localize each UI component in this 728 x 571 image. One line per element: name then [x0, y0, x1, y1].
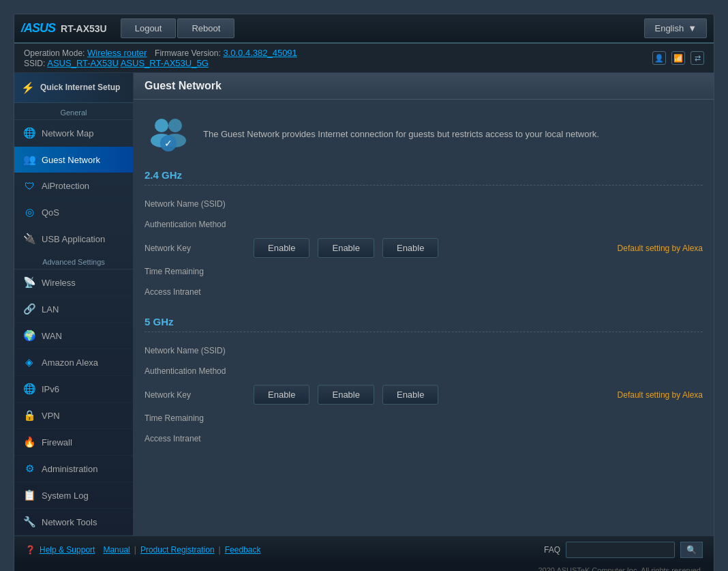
feedback-link[interactable]: Feedback [225, 545, 261, 555]
band-24-key-label: Network Key [145, 244, 254, 253]
sidebar-item-label: System Log [42, 491, 89, 501]
sidebar-item-label: IPv6 [42, 384, 59, 394]
band-24-form: Network Name (SSID) Authentication Metho… [145, 194, 703, 302]
status-info: Operation Mode: Wireless router Firmware… [24, 48, 297, 68]
sidebar-item-guest-network[interactable]: 👥 Guest Network [14, 147, 133, 173]
sidebar-item-amazon-alexa[interactable]: ◈ Amazon Alexa [14, 349, 133, 376]
firmware-value[interactable]: 3.0.0.4.382_45091 [223, 48, 297, 58]
sidebar-item-label: QoS [42, 207, 59, 218]
faq-search-input[interactable] [566, 542, 675, 558]
brand-asus: /ASUS [21, 21, 55, 35]
firmware-label: Firmware Version: [155, 48, 221, 58]
band-5-ssid-label: Network Name (SSID) [145, 346, 254, 355]
band-5-form: Network Name (SSID) Authentication Metho… [145, 340, 703, 449]
sidebar-item-aiprotection[interactable]: 🛡 AiProtection [14, 173, 133, 199]
svg-point-0 [155, 119, 168, 132]
page-title: Guest Network [134, 73, 714, 100]
band-5-alexa-text: Default setting by Alexa [618, 390, 703, 400]
sidebar-item-wan[interactable]: 🌍 WAN [14, 323, 133, 349]
ssid-label: SSID: [24, 59, 45, 68]
sidebar-item-vpn[interactable]: 🔒 VPN [14, 402, 133, 429]
copyright: 2020 ASUSTeK Computer Inc. All rights re… [14, 563, 714, 571]
sidebar-item-system-log[interactable]: 📋 System Log [14, 482, 133, 509]
sidebar-item-wireless[interactable]: 📡 Wireless [14, 269, 133, 296]
vpn-icon: 🔒 [22, 409, 36, 422]
header-nav: Logout Reboot [121, 18, 235, 38]
band-24-key-controls: Enable Enable Enable Default setting by … [254, 238, 703, 258]
advanced-section-label: Advanced Settings [14, 252, 133, 269]
operation-mode-value[interactable]: Wireless router [87, 48, 147, 58]
administration-icon: ⚙ [22, 463, 36, 475]
wifi-status-icon[interactable]: 📶 [671, 51, 685, 65]
intro-description: The Guest Network provides Internet conn… [203, 128, 599, 141]
svg-point-1 [168, 119, 182, 132]
help-support-link[interactable]: Help & Support [40, 545, 95, 555]
qos-icon: ◎ [22, 206, 36, 218]
wireless-icon: 📡 [22, 276, 36, 289]
brand-model: RT-AX53U [61, 23, 107, 34]
band-5-enable-btn-3[interactable]: Enable [382, 385, 438, 405]
sidebar-item-label: AiProtection [42, 181, 89, 191]
content-area: Guest Network ✓ The Guest N [134, 73, 714, 536]
band-24-intranet-row: Access Intranet [145, 282, 703, 302]
product-reg-link[interactable]: Product Registration [140, 545, 215, 555]
footer: ❓ Help & Support Manual | Product Regist… [14, 536, 714, 563]
content-inner: ✓ The Guest Network provides Internet co… [134, 100, 714, 473]
sidebar-item-usb-application[interactable]: 🔌 USB Application [14, 226, 133, 252]
sidebar-item-label: LAN [42, 304, 59, 314]
faq-label: FAQ [544, 545, 560, 555]
sidebar-item-label: WAN [42, 331, 62, 341]
band-5-intranet-label: Access Intranet [145, 434, 254, 443]
router-ui: /ASUS RT-AX53U Logout Reboot English ▼ O… [14, 14, 714, 571]
general-section-label: General [14, 103, 133, 120]
sep-2: | [134, 545, 136, 555]
logout-button[interactable]: Logout [121, 18, 177, 38]
status-icons: 👤 📶 ⇄ [652, 51, 704, 65]
main-layout: ⚡ Quick Internet Setup General 🌐 Network… [14, 73, 714, 536]
sidebar-item-administration[interactable]: ⚙ Administration [14, 456, 133, 482]
sidebar: ⚡ Quick Internet Setup General 🌐 Network… [14, 73, 134, 536]
band-5-enable-btn-2[interactable]: Enable [318, 385, 374, 405]
user-icon[interactable]: 👤 [652, 51, 666, 65]
band-5-auth-row: Authentication Method [145, 361, 703, 381]
header: /ASUS RT-AX53U Logout Reboot English ▼ [14, 14, 714, 44]
sidebar-item-network-tools[interactable]: 🔧 Network Tools [14, 509, 133, 536]
reboot-button[interactable]: Reboot [177, 18, 234, 38]
ssid-1[interactable]: ASUS_RT-AX53U [47, 58, 119, 68]
manual-link[interactable]: Manual [103, 545, 130, 555]
wan-icon: 🌍 [22, 330, 36, 342]
band-24-section: 2.4 GHz Network Name (SSID) Authenticati… [145, 169, 703, 302]
band-24-ssid-row: Network Name (SSID) [145, 194, 703, 214]
sidebar-item-network-map[interactable]: 🌐 Network Map [14, 120, 133, 147]
band-5-key-row: Network Key Enable Enable Enable Default… [145, 381, 703, 408]
guest-network-intro-icon: ✓ [145, 111, 192, 158]
band-24-enable-btn-2[interactable]: Enable [318, 238, 374, 258]
faq-search-button[interactable]: 🔍 [680, 542, 703, 558]
band-24-enable-btn-1[interactable]: Enable [254, 238, 309, 258]
language-selector[interactable]: English ▼ [644, 18, 707, 38]
footer-links: ❓ Help & Support Manual | Product Regist… [25, 545, 260, 555]
band-5-enable-btn-1[interactable]: Enable [254, 385, 309, 405]
band-24-alexa-text: Default setting by Alexa [618, 244, 703, 253]
usb-icon: 🔌 [22, 233, 36, 245]
sidebar-item-label: Firewall [42, 437, 72, 448]
band-5-ssid-row: Network Name (SSID) [145, 340, 703, 361]
band-24-key-row: Network Key Enable Enable Enable Default… [145, 235, 703, 261]
band-24-intranet-label: Access Intranet [145, 287, 254, 297]
band-5-divider [145, 332, 703, 332]
network-status-icon[interactable]: ⇄ [691, 51, 704, 65]
sidebar-item-label: Network Tools [42, 517, 97, 527]
sidebar-item-lan[interactable]: 🔗 LAN [14, 296, 133, 323]
sidebar-item-qos[interactable]: ◎ QoS [14, 199, 133, 226]
sidebar-item-label: Guest Network [42, 155, 100, 165]
quick-internet-setup[interactable]: ⚡ Quick Internet Setup [14, 73, 133, 103]
band-5-intranet-row: Access Intranet [145, 428, 703, 449]
sidebar-item-label: Amazon Alexa [42, 357, 98, 368]
quick-setup-label: Quick Internet Setup [40, 83, 120, 93]
ssid-2[interactable]: ASUS_RT-AX53U_5G [121, 58, 209, 68]
band-24-enable-btn-3[interactable]: Enable [382, 238, 438, 258]
brand: /ASUS RT-AX53U [21, 21, 107, 35]
band-24-title: 2.4 GHz [145, 169, 703, 181]
sidebar-item-firewall[interactable]: 🔥 Firewall [14, 429, 133, 456]
sidebar-item-ipv6[interactable]: 🌐 IPv6 [14, 376, 133, 402]
